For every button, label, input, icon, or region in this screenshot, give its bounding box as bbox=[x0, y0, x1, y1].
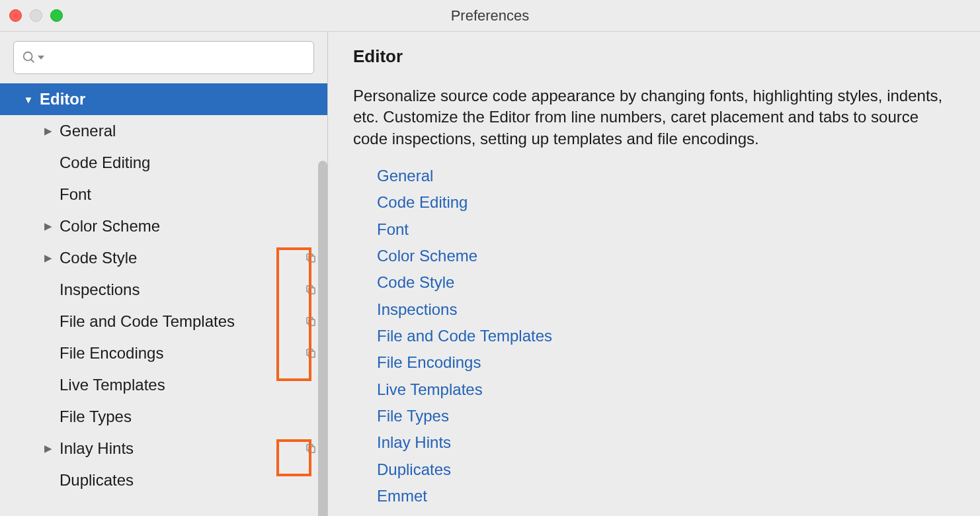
link-code-editing[interactable]: Code Editing bbox=[377, 189, 955, 216]
tree-item-label: Editor bbox=[40, 90, 318, 108]
tree-item-label: File Types bbox=[60, 408, 318, 426]
minimize-window-button[interactable] bbox=[30, 9, 42, 22]
project-level-settings-icon bbox=[304, 314, 318, 329]
tree-item-inlay-hints[interactable]: Inlay Hints bbox=[0, 433, 327, 464]
disclosure-arrow-icon[interactable] bbox=[22, 94, 34, 105]
page-heading: Editor bbox=[353, 46, 955, 67]
main-panel: Editor Personalize source code appearanc… bbox=[328, 32, 980, 516]
search-input[interactable] bbox=[50, 50, 306, 65]
svg-rect-2 bbox=[309, 256, 315, 262]
search-icon bbox=[22, 50, 44, 65]
link-file-types[interactable]: File Types bbox=[377, 403, 955, 429]
project-level-settings-icon bbox=[304, 251, 318, 265]
tree-item-label: Duplicates bbox=[60, 471, 318, 490]
link-live-templates[interactable]: Live Templates bbox=[377, 376, 955, 403]
tree-item-label: Live Templates bbox=[60, 376, 318, 394]
tree-item-color-scheme[interactable]: Color Scheme bbox=[0, 210, 327, 242]
svg-rect-4 bbox=[309, 320, 315, 325]
sidebar-scrollbar-thumb[interactable] bbox=[318, 161, 327, 516]
tree-item-label: Color Scheme bbox=[60, 217, 318, 236]
preferences-window: Preferences EditorGeneralCode EditingFon… bbox=[0, 0, 980, 516]
tree-item-inspections[interactable]: Inspections bbox=[0, 274, 327, 306]
disclosure-arrow-icon[interactable] bbox=[42, 443, 54, 454]
link-font[interactable]: Font bbox=[377, 216, 955, 243]
svg-rect-3 bbox=[309, 288, 315, 294]
window-controls bbox=[9, 9, 63, 22]
link-emmet[interactable]: Emmet bbox=[377, 483, 955, 509]
disclosure-arrow-icon[interactable] bbox=[42, 252, 54, 264]
tree-item-label: Inspections bbox=[60, 280, 304, 299]
tree-item-file-types[interactable]: File Types bbox=[0, 401, 327, 433]
disclosure-arrow-icon[interactable] bbox=[42, 220, 54, 232]
tree-item-label: Font bbox=[60, 185, 318, 204]
sidebar: EditorGeneralCode EditingFontColor Schem… bbox=[0, 32, 328, 516]
svg-line-1 bbox=[31, 60, 34, 63]
tree-item-code-editing[interactable]: Code Editing bbox=[0, 147, 327, 179]
tree-item-duplicates[interactable]: Duplicates bbox=[0, 464, 327, 496]
link-file-and-code-templates[interactable]: File and Code Templates bbox=[377, 323, 955, 349]
link-code-style[interactable]: Code Style bbox=[377, 269, 955, 296]
tree-item-label: File Encodings bbox=[60, 344, 304, 363]
project-level-settings-icon bbox=[304, 346, 318, 361]
link-color-scheme[interactable]: Color Scheme bbox=[377, 243, 955, 269]
tree-item-live-templates[interactable]: Live Templates bbox=[0, 369, 327, 401]
tree-item-label: General bbox=[60, 122, 318, 140]
tree-item-label: Code Style bbox=[60, 249, 304, 267]
tree-item-font[interactable]: Font bbox=[0, 179, 327, 210]
close-window-button[interactable] bbox=[9, 9, 22, 22]
settings-tree[interactable]: EditorGeneralCode EditingFontColor Schem… bbox=[0, 82, 327, 516]
links-list: GeneralCode EditingFontColor SchemeCode … bbox=[353, 163, 955, 509]
tree-item-label: Code Editing bbox=[60, 153, 318, 172]
tree-item-label: Inlay Hints bbox=[60, 439, 304, 458]
svg-point-0 bbox=[24, 52, 32, 61]
page-description: Personalize source code appearance by ch… bbox=[353, 85, 955, 150]
link-duplicates[interactable]: Duplicates bbox=[377, 456, 955, 483]
project-level-settings-icon bbox=[304, 441, 318, 456]
content-area: EditorGeneralCode EditingFontColor Schem… bbox=[0, 32, 980, 516]
tree-item-editor[interactable]: Editor bbox=[0, 83, 327, 115]
tree-item-code-style[interactable]: Code Style bbox=[0, 242, 327, 274]
project-level-settings-icon bbox=[304, 282, 318, 297]
sidebar-scrollbar[interactable] bbox=[318, 161, 327, 516]
link-general[interactable]: General bbox=[377, 163, 955, 189]
disclosure-arrow-icon[interactable] bbox=[42, 125, 54, 137]
svg-rect-6 bbox=[309, 447, 315, 452]
link-inlay-hints[interactable]: Inlay Hints bbox=[377, 429, 955, 456]
titlebar: Preferences bbox=[0, 0, 980, 32]
search-box[interactable] bbox=[13, 41, 314, 74]
tree-item-file-and-code-templates[interactable]: File and Code Templates bbox=[0, 306, 327, 337]
link-inspections[interactable]: Inspections bbox=[377, 296, 955, 323]
tree-item-label: File and Code Templates bbox=[60, 312, 304, 331]
search-dropdown-caret-icon[interactable] bbox=[38, 56, 44, 60]
tree-item-general[interactable]: General bbox=[0, 115, 327, 147]
search-container bbox=[0, 32, 327, 82]
maximize-window-button[interactable] bbox=[50, 9, 63, 22]
svg-rect-5 bbox=[309, 351, 315, 357]
window-title: Preferences bbox=[451, 7, 530, 24]
link-file-encodings[interactable]: File Encodings bbox=[377, 349, 955, 376]
tree-item-file-encodings[interactable]: File Encodings bbox=[0, 337, 327, 369]
